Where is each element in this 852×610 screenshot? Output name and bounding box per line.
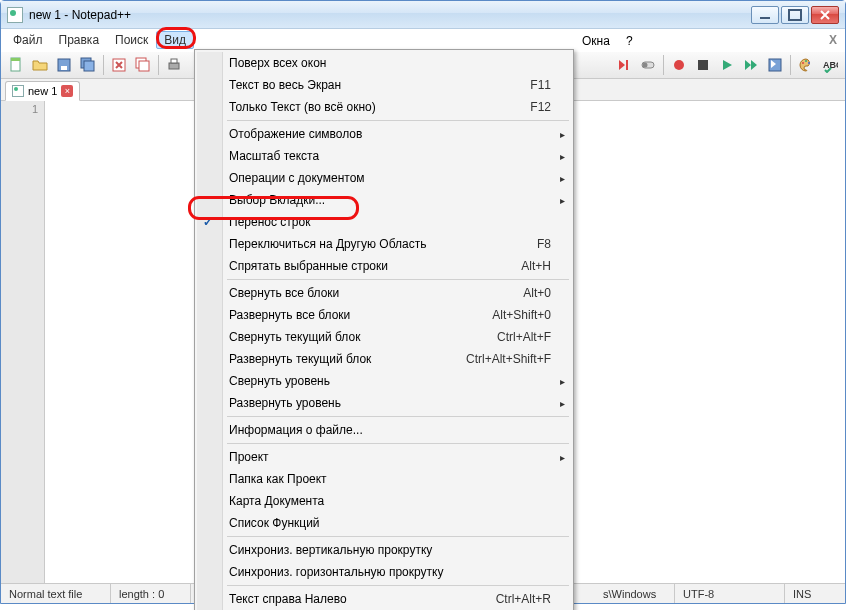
menubar-close-doc[interactable]: X	[829, 33, 837, 47]
menu-rtl[interactable]: Текст справа НалевоCtrl+Alt+R	[197, 588, 571, 610]
svg-point-13	[643, 63, 648, 68]
svg-rect-11	[626, 60, 628, 70]
titlebar: new 1 - Notepad++	[1, 1, 845, 29]
menu-func-list[interactable]: Список Функций	[197, 512, 571, 534]
app-icon	[7, 7, 23, 23]
menu-sync-v[interactable]: Синхрониз. вертикальную прокрутку	[197, 539, 571, 561]
menu-view[interactable]: Вид	[156, 31, 194, 49]
menu-word-wrap[interactable]: ✓Перенос строк	[197, 211, 571, 233]
open-file-icon[interactable]	[29, 54, 51, 76]
menu-help[interactable]: ?	[620, 34, 639, 48]
menu-unfold-all[interactable]: Развернуть все блокиAlt+Shift+0	[197, 304, 571, 326]
svg-rect-1	[11, 58, 20, 61]
window-title: new 1 - Notepad++	[29, 8, 131, 22]
menu-uncollapse-level[interactable]: Развернуть уровень▸	[197, 392, 571, 414]
fast-forward-icon[interactable]	[740, 54, 762, 76]
svg-rect-16	[769, 59, 781, 71]
svg-rect-9	[169, 63, 179, 69]
status-ins: INS	[785, 584, 845, 603]
new-file-icon[interactable]	[5, 54, 27, 76]
menu-full-screen[interactable]: Текст во весь ЭкранF11	[197, 74, 571, 96]
menubar-right: Окна ?	[576, 34, 639, 48]
tab-new1[interactable]: new 1 ×	[5, 81, 80, 101]
playback-icon[interactable]	[613, 54, 635, 76]
menu-zoom[interactable]: Масштаб текста▸	[197, 145, 571, 167]
menu-move-clone[interactable]: Операции с документом▸	[197, 167, 571, 189]
close-button[interactable]	[811, 6, 839, 24]
menu-collapse-current[interactable]: Свернуть текущий блокCtrl+Alt+F	[197, 326, 571, 348]
svg-rect-8	[139, 61, 149, 71]
check-icon: ✓	[203, 215, 213, 229]
svg-rect-5	[84, 61, 94, 71]
maximize-button[interactable]	[781, 6, 809, 24]
save-macro-icon[interactable]	[764, 54, 786, 76]
menu-edit[interactable]: Правка	[51, 31, 108, 49]
palette-icon[interactable]	[795, 54, 817, 76]
svg-point-14	[674, 60, 684, 70]
menubar: Файл Правка Поиск Вид X	[1, 29, 845, 51]
file-icon	[12, 85, 24, 97]
menu-always-on-top[interactable]: Поверх всех окон	[197, 52, 571, 74]
menu-project[interactable]: Проект▸	[197, 446, 571, 468]
line-gutter: 1	[1, 101, 45, 583]
menu-tab-select[interactable]: Выбор Вкладки...▸	[197, 189, 571, 211]
svg-point-17	[802, 62, 804, 64]
minimize-button[interactable]	[751, 6, 779, 24]
record-macro-icon[interactable]	[668, 54, 690, 76]
menu-show-symbol[interactable]: Отображение символов▸	[197, 123, 571, 145]
menu-post-it[interactable]: Только Текст (во всё окно)F12	[197, 96, 571, 118]
menu-windows[interactable]: Окна	[576, 34, 616, 48]
svg-rect-10	[171, 59, 177, 63]
menu-hide-lines[interactable]: Спрятать выбранные строкиAlt+H	[197, 255, 571, 277]
view-menu-dropdown: Поверх всех окон Текст во весь ЭкранF11 …	[194, 49, 574, 610]
save-all-icon[interactable]	[77, 54, 99, 76]
menu-summary[interactable]: Информация о файле...	[197, 419, 571, 441]
print-icon[interactable]	[163, 54, 185, 76]
menu-file[interactable]: Файл	[5, 31, 51, 49]
menu-sync-h[interactable]: Синхрониз. горизонтальную прокрутку	[197, 561, 571, 583]
line-number: 1	[1, 103, 38, 115]
status-length: length : 0	[111, 584, 191, 603]
menu-focus-other[interactable]: Переключиться на Другую ОбластьF8	[197, 233, 571, 255]
menu-uncollapse-current[interactable]: Развернуть текущий блокCtrl+Alt+Shift+F	[197, 348, 571, 370]
status-path: s\Windows	[595, 584, 675, 603]
toggle-icon[interactable]	[637, 54, 659, 76]
menu-doc-map[interactable]: Карта Документа	[197, 490, 571, 512]
menu-fold-all[interactable]: Свернуть все блокиAlt+0	[197, 282, 571, 304]
stop-macro-icon[interactable]	[692, 54, 714, 76]
status-filetype: Normal text file	[1, 584, 111, 603]
menu-folder-workspace[interactable]: Папка как Проект	[197, 468, 571, 490]
spellcheck-icon[interactable]: ABC	[819, 54, 841, 76]
tab-label: new 1	[28, 85, 57, 97]
play-macro-icon[interactable]	[716, 54, 738, 76]
svg-rect-3	[61, 66, 67, 70]
svg-rect-15	[698, 60, 708, 70]
menu-collapse-level[interactable]: Свернуть уровень▸	[197, 370, 571, 392]
close-file-icon[interactable]	[108, 54, 130, 76]
svg-point-18	[805, 60, 807, 62]
close-all-icon[interactable]	[132, 54, 154, 76]
menu-search[interactable]: Поиск	[107, 31, 156, 49]
save-icon[interactable]	[53, 54, 75, 76]
status-encoding: UTF-8	[675, 584, 785, 603]
tab-close-icon[interactable]: ×	[61, 85, 73, 97]
svg-point-19	[808, 62, 810, 64]
